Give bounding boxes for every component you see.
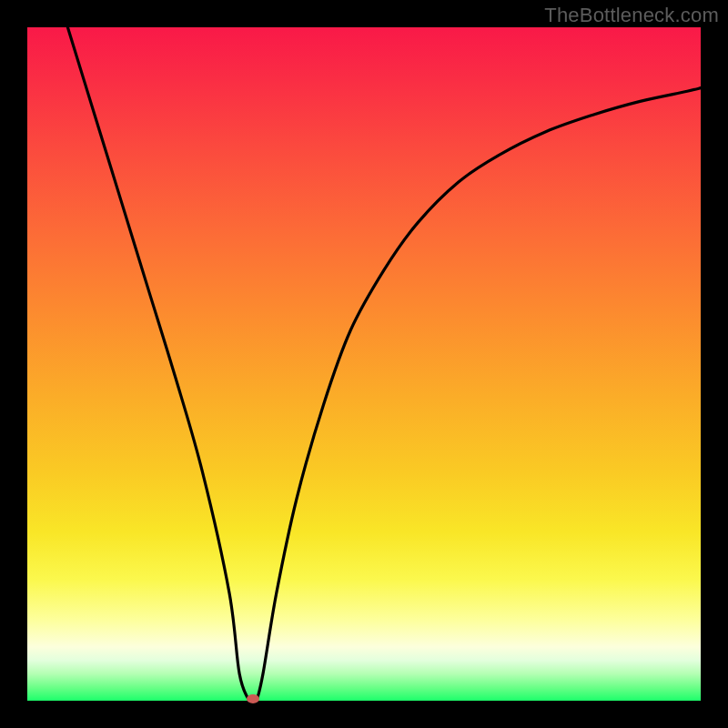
curve-layer xyxy=(27,27,701,701)
minimum-marker xyxy=(247,694,259,703)
plot-area xyxy=(27,27,701,701)
bottleneck-curve xyxy=(67,27,701,704)
watermark-text: TheBottleneck.com xyxy=(544,4,719,27)
chart-frame: TheBottleneck.com xyxy=(0,0,728,728)
